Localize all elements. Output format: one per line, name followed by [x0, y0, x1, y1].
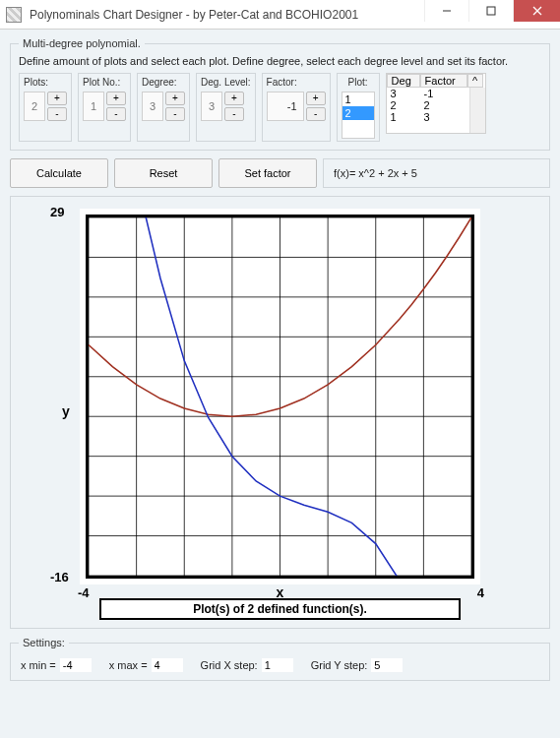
- y-min-label: -16: [50, 570, 69, 584]
- close-button[interactable]: [513, 0, 560, 22]
- client-area: Multi-degree polynomial. Define amount o…: [0, 30, 560, 738]
- chart-svg: [89, 217, 471, 576]
- xmin-input[interactable]: [60, 658, 92, 672]
- plotno-value[interactable]: 1: [83, 92, 104, 121]
- plots-group: Plots: 2 + -: [19, 73, 72, 142]
- plots-minus-button[interactable]: -: [47, 107, 67, 121]
- plot-list-item-2[interactable]: 2: [342, 106, 374, 120]
- polynomial-group: Multi-degree polynomial. Define amount o…: [10, 37, 550, 151]
- deg-cell: 3: [387, 88, 420, 99]
- chart-frame: [80, 209, 480, 584]
- deg-col-header[interactable]: Deg: [387, 74, 420, 88]
- settings-group: Settings: x min = x max = Grid X step: G…: [10, 637, 550, 681]
- deg-factor-table[interactable]: Deg Factor ^ 3 -1 2 2: [386, 73, 486, 134]
- plot-listbox[interactable]: 1 2: [342, 92, 375, 139]
- scroll-up-icon[interactable]: ^: [467, 74, 483, 88]
- factor-minus-button[interactable]: -: [306, 107, 326, 121]
- plot-select-header: Plot:: [342, 77, 375, 88]
- factor-cell: -1: [420, 88, 467, 99]
- deg-table-header: Deg Factor ^: [387, 74, 485, 88]
- plotno-spinner: 1 + -: [83, 92, 126, 121]
- factor-col-header[interactable]: Factor: [420, 74, 467, 88]
- chart-panel: 29 y -16 -4 x 4 Plot(s) of 2 defined fun…: [10, 196, 550, 629]
- table-row[interactable]: 1 3: [387, 111, 469, 123]
- degree-spinner: 3 + -: [142, 92, 185, 121]
- deg-cell: 2: [387, 99, 420, 111]
- deglevel-header: Deg. Level:: [201, 77, 251, 88]
- svg-rect-1: [487, 7, 495, 15]
- y-max-label: 29: [50, 205, 64, 219]
- plots-plus-button[interactable]: +: [47, 92, 67, 105]
- degree-minus-button[interactable]: -: [165, 107, 185, 121]
- factor-cell: 2: [420, 99, 467, 111]
- x-min-label: -4: [78, 585, 90, 600]
- plots-value[interactable]: 2: [24, 92, 45, 121]
- degree-plus-button[interactable]: +: [165, 92, 185, 105]
- instruction-text: Define amount of plots and select each p…: [19, 55, 541, 67]
- reset-button[interactable]: Reset: [114, 158, 213, 188]
- action-row: Calculate Reset Set factor f(x)= x^2 + 2…: [10, 158, 550, 188]
- plot-list-item-1[interactable]: 1: [342, 92, 374, 106]
- polynomial-legend: Multi-degree polynomial.: [19, 37, 145, 49]
- degree-group: Degree: 3 + -: [137, 73, 190, 142]
- titlebar: Polynominals Chart Designer - by Peter-C…: [0, 0, 560, 30]
- factor-plus-button[interactable]: +: [306, 92, 326, 105]
- x-max-label: 4: [477, 585, 484, 600]
- setfactor-button[interactable]: Set factor: [218, 158, 317, 188]
- deg-cell: 1: [387, 111, 420, 123]
- minimize-button[interactable]: [424, 0, 468, 22]
- plotno-minus-button[interactable]: -: [106, 107, 126, 121]
- plot-select-group: Plot: 1 2: [337, 73, 380, 142]
- gridy-input[interactable]: [371, 658, 403, 672]
- plotno-header: Plot No.:: [83, 77, 126, 88]
- settings-legend: Settings:: [19, 637, 69, 648]
- chart-plot-area: [86, 215, 474, 579]
- formula-display: f(x)= x^2 + 2x + 5: [323, 158, 550, 188]
- xmax-label: x max =: [109, 659, 148, 671]
- factor-group: Factor: -1 + -: [262, 73, 331, 142]
- controls-row: Plots: 2 + - Plot No.: 1 + -: [19, 73, 541, 142]
- window-controls: [424, 0, 560, 29]
- deglevel-minus-button[interactable]: -: [224, 107, 244, 121]
- xmax-input[interactable]: [152, 658, 183, 672]
- deglevel-value[interactable]: 3: [201, 92, 222, 121]
- deglevel-plus-button[interactable]: +: [224, 92, 244, 105]
- deglevel-group: Deg. Level: 3 + -: [196, 73, 256, 142]
- plots-spinner: 2 + -: [24, 92, 67, 121]
- calculate-button[interactable]: Calculate: [10, 158, 108, 188]
- deglevel-spinner: 3 + -: [201, 92, 251, 121]
- app-icon: [6, 7, 22, 23]
- xmin-label: x min =: [21, 659, 56, 671]
- factor-header: Factor:: [267, 77, 326, 88]
- window-title: Polynominals Chart Designer - by Peter-C…: [30, 8, 424, 22]
- table-row[interactable]: 2 2: [387, 99, 469, 111]
- factor-spinner: -1 + -: [267, 92, 326, 121]
- plotno-group: Plot No.: 1 + -: [78, 73, 131, 142]
- gridy-label: Grid Y step:: [311, 659, 368, 671]
- maximize-button[interactable]: [468, 0, 513, 22]
- y-axis-label: y: [62, 403, 70, 419]
- gridx-label: Grid X step:: [201, 659, 258, 671]
- vertical-scrollbar[interactable]: [469, 88, 485, 133]
- plots-header: Plots:: [24, 77, 67, 88]
- degree-value[interactable]: 3: [142, 92, 163, 121]
- factor-value[interactable]: -1: [267, 92, 304, 121]
- factor-cell: 3: [420, 111, 467, 123]
- table-row[interactable]: 3 -1: [387, 88, 469, 99]
- plotno-plus-button[interactable]: +: [106, 92, 126, 105]
- chart-caption: Plot(s) of 2 defined function(s).: [99, 598, 461, 620]
- degree-header: Degree:: [142, 77, 185, 88]
- gridx-input[interactable]: [262, 658, 293, 672]
